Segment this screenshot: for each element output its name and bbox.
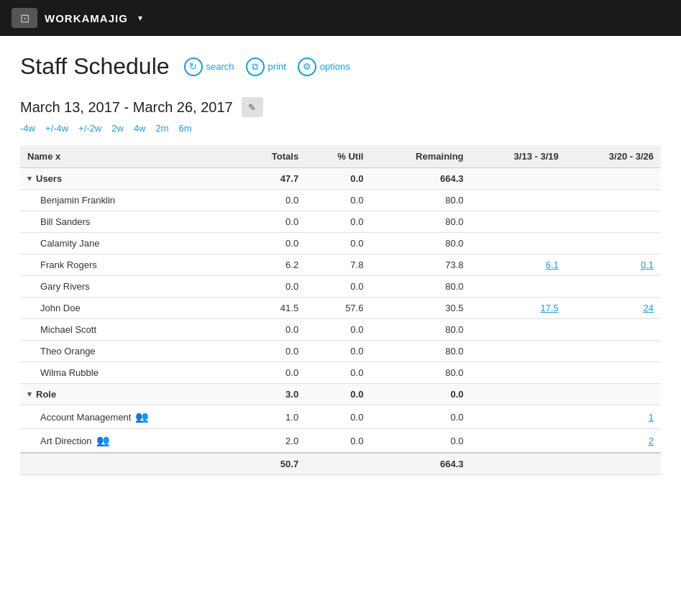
member-remaining: 80.0: [370, 362, 470, 384]
table-row: Frank Rogers 6.2 7.8 73.8 6.1 0.1: [20, 254, 661, 276]
group-week1: [471, 384, 566, 405]
group-label-text: Role: [36, 389, 56, 400]
member-name: Account Management👥: [20, 405, 239, 429]
search-action[interactable]: ↻ search: [184, 58, 234, 76]
member-totals: 0.0: [239, 319, 306, 341]
week1-value: [471, 341, 566, 362]
member-totals: 41.5: [239, 298, 306, 319]
group-name-cell: ▾ Users: [20, 168, 239, 190]
table-row: Benjamin Franklin 0.0 0.0 80.0: [20, 190, 661, 211]
col-name: Name x: [20, 145, 239, 168]
page-content: Staff Schedule ↻ search ⧉ print ⚙ option…: [0, 36, 681, 492]
member-util: 0.0: [306, 276, 370, 298]
print-label: print: [268, 61, 286, 72]
print-icon: ⧉: [246, 58, 265, 76]
week1-value[interactable]: 17.5: [471, 298, 566, 319]
member-remaining: 80.0: [370, 276, 470, 298]
options-icon: ⚙: [298, 58, 316, 76]
member-totals: 0.0: [239, 190, 306, 211]
nav-4w[interactable]: 4w: [134, 123, 146, 134]
member-totals: 0.0: [239, 341, 306, 362]
header-actions: ↻ search ⧉ print ⚙ options: [184, 58, 350, 76]
nav-6m[interactable]: 6m: [179, 123, 192, 134]
week1-value: [471, 362, 566, 384]
member-name: Theo Orange: [20, 341, 239, 362]
member-remaining: 0.0: [370, 405, 470, 429]
col-week2: 3/20 - 3/26: [566, 145, 661, 168]
week2-value: [566, 341, 661, 362]
navbar-chevron-icon[interactable]: ▾: [138, 13, 142, 23]
footer-name: [20, 453, 239, 475]
group-row: ▾ Role 3.0 0.0 0.0: [20, 384, 661, 405]
table-row: Account Management👥 1.0 0.0 0.0 1: [20, 405, 661, 429]
collapse-icon[interactable]: ▾: [27, 174, 32, 183]
week2-value[interactable]: 2: [566, 429, 661, 454]
member-name: Gary Rivers: [20, 276, 239, 298]
week1-value: [471, 190, 566, 211]
week1-value: [471, 429, 566, 454]
week2-value[interactable]: 24: [566, 298, 661, 319]
member-totals: 0.0: [239, 276, 306, 298]
member-util: 0.0: [306, 233, 370, 254]
table-row: Wilma Rubble 0.0 0.0 80.0: [20, 362, 661, 384]
col-util: % Util: [306, 145, 370, 168]
group-name-cell: ▾ Role: [20, 384, 239, 405]
week2-value: [566, 233, 661, 254]
member-name: John Doe: [20, 298, 239, 319]
member-totals: 0.0: [239, 211, 306, 233]
week2-value[interactable]: 0.1: [566, 254, 661, 276]
week2-value[interactable]: 1: [566, 405, 661, 429]
member-name: Benjamin Franklin: [20, 190, 239, 211]
options-label: options: [320, 61, 350, 72]
member-remaining: 80.0: [370, 233, 470, 254]
member-remaining: 80.0: [370, 341, 470, 362]
col-week1: 3/13 - 3/19: [471, 145, 566, 168]
group-label-text: Users: [36, 173, 62, 184]
week1-value: [471, 276, 566, 298]
nav-minus4w[interactable]: -4w: [20, 123, 35, 134]
member-remaining: 0.0: [370, 429, 470, 454]
member-name: Bill Sanders: [20, 211, 239, 233]
table-row: Art Direction👥 2.0 0.0 0.0 2: [20, 429, 661, 454]
member-name: Art Direction👥: [20, 429, 239, 454]
quick-nav: -4w +/-4w +/-2w 2w 4w 2m 6m: [20, 123, 661, 134]
group-week1: [471, 168, 566, 190]
member-util: 0.0: [306, 190, 370, 211]
member-name: Calamity Jane: [20, 233, 239, 254]
week2-value: [566, 190, 661, 211]
member-util: 57.6: [306, 298, 370, 319]
week2-value: [566, 211, 661, 233]
member-name: Michael Scott: [20, 319, 239, 341]
col-remaining: Remaining: [370, 145, 470, 168]
role-icon: 👥: [96, 434, 110, 447]
week2-value: [566, 319, 661, 341]
week2-value: [566, 276, 661, 298]
nav-plusminus2w[interactable]: +/-2w: [78, 123, 101, 134]
group-week2: [566, 168, 661, 190]
member-totals: 1.0: [239, 405, 306, 429]
member-remaining: 80.0: [370, 319, 470, 341]
group-remaining: 664.3: [370, 168, 470, 190]
collapse-icon[interactable]: ▾: [27, 390, 32, 399]
options-action[interactable]: ⚙ options: [298, 58, 350, 76]
search-label: search: [206, 61, 234, 72]
week1-value: [471, 233, 566, 254]
week1-value[interactable]: 6.1: [471, 254, 566, 276]
page-header: Staff Schedule ↻ search ⧉ print ⚙ option…: [20, 53, 661, 80]
page-title: Staff Schedule: [20, 53, 170, 80]
search-icon: ↻: [184, 58, 203, 76]
date-range-edit-button[interactable]: ✎: [242, 97, 263, 117]
member-remaining: 30.5: [370, 298, 470, 319]
nav-2w[interactable]: 2w: [111, 123, 124, 134]
print-action[interactable]: ⧉ print: [246, 58, 286, 76]
footer-week2: [566, 453, 661, 475]
table-header-row: Name x Totals % Util Remaining 3/13 - 3/…: [20, 145, 661, 168]
nav-plusminus4w[interactable]: +/-4w: [45, 123, 68, 134]
member-util: 0.0: [306, 405, 370, 429]
logo-icon: ⊡: [20, 12, 29, 25]
col-totals: Totals: [239, 145, 306, 168]
group-remaining: 0.0: [370, 384, 470, 405]
role-icon: 👥: [135, 410, 149, 423]
nav-2m[interactable]: 2m: [156, 123, 169, 134]
group-week2: [566, 384, 661, 405]
